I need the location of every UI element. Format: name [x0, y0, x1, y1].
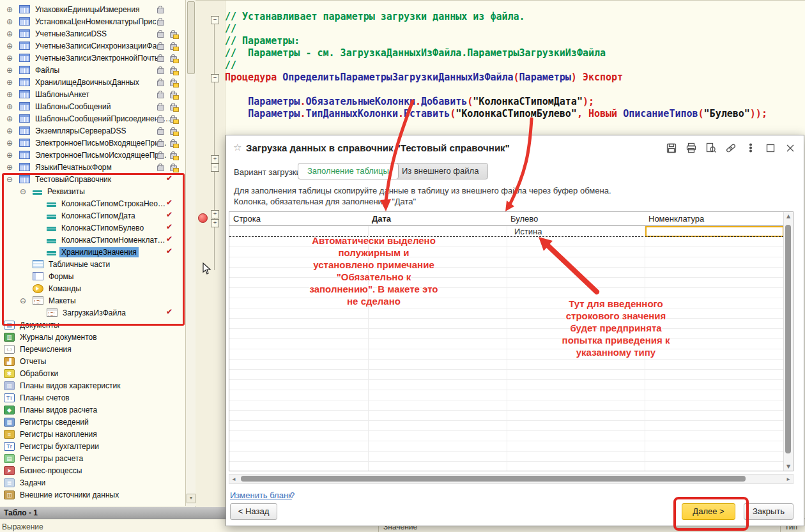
tree-item-бизнес-процессы[interactable]: ➤Бизнес-процессы [0, 464, 184, 476]
help-link[interactable]: ? [290, 490, 295, 500]
tree-item-планы-видов-расчета[interactable]: ◆Планы видов расчета [0, 404, 184, 416]
edit-form-link[interactable]: Изменить бланк [230, 490, 292, 500]
expand-icon[interactable]: ⊕ [6, 78, 19, 87]
tree-item-label[interactable]: Бизнес-процессы [18, 466, 84, 476]
tree-item-обработки[interactable]: ✱Обработки [0, 367, 184, 379]
table-hscrollbar-thumb[interactable] [241, 476, 746, 482]
expand-icon[interactable]: ⊕ [6, 5, 19, 14]
tree-item-экземплярысервераdss[interactable]: ⊕ЭкземплярыСервераDSS [0, 125, 184, 137]
back-button[interactable]: < Назад [230, 503, 277, 520]
favorite-star-icon[interactable]: ☆ [233, 142, 241, 153]
tree-item-label[interactable]: Обработки [18, 369, 60, 379]
expand-icon[interactable]: ⊕ [6, 163, 19, 172]
code-line[interactable]: // [225, 23, 767, 35]
expand-icon[interactable]: ⊕ [6, 151, 19, 160]
tree-item-шаблонысообщений[interactable]: ⊕ШаблоныСообщений [0, 100, 184, 112]
tree-item-электронноеписьмовходящеепри-[interactable]: ⊕ЭлектронноеПисьмоВходящееПри… [0, 137, 184, 149]
tree-item-учетныезаписисинхронизациифа-[interactable]: ⊕УчетныеЗаписиСинхронизацииФа… [0, 40, 184, 52]
tree-item-шаблонысообщенийприсоединенн-[interactable]: ⊕ШаблоныСообщенийПрисоединенн… [0, 112, 184, 125]
tree-item-языкипечатныхформ[interactable]: ⊕ЯзыкиПечатныхФорм [0, 161, 184, 173]
fold-expand-icon[interactable]: + [211, 219, 219, 227]
expand-icon[interactable]: ⊕ [6, 102, 19, 111]
tree-item-label[interactable]: Регистры бухгалтерии [18, 441, 101, 452]
tree-item-label[interactable]: Внешние источники данных [18, 490, 121, 500]
tree-item-регистры-накопления[interactable]: ≡Регистры накопления [0, 428, 184, 440]
tree-item-упаковкиединицыизмерения[interactable]: ⊕УпаковкиЕдиницыИзмерения [0, 3, 184, 15]
tree-item-электронноеписьмоисходящеепр-[interactable]: ⊕ЭлектронноеПисьмоИсходящееПр… [0, 149, 184, 161]
tree-item-label[interactable]: Планы видов расчета [18, 405, 99, 415]
fold-collapse-icon[interactable]: − [211, 163, 219, 172]
boolean-cell-value[interactable]: Истина [514, 227, 542, 236]
tree-item-label[interactable]: Регистры расчета [18, 453, 85, 464]
code-line[interactable]: Параметры.ТипДанныхКолонки.Вставить("Кол… [225, 108, 767, 120]
column-header-1[interactable]: Строка [229, 212, 368, 225]
expand-icon[interactable]: ⊕ [6, 42, 19, 50]
code-text[interactable]: // Устанавливает параметры загрузки данн… [225, 11, 767, 120]
tree-item-label[interactable]: Планы счетов [18, 393, 72, 403]
tree-item-label[interactable]: УпаковкиЕдиницыИзмерения [33, 4, 141, 15]
tree-item-учетныезаписиэлектроннойпочты[interactable]: ⊕УчетныеЗаписиЭлектроннойПочты [0, 52, 184, 64]
tree-item-задачи[interactable]: ≣Задачи [0, 476, 184, 489]
tablo-title-bar[interactable]: Табло - 1 [0, 507, 226, 519]
tree-item-label[interactable]: ЯзыкиПечатныхФорм [33, 162, 114, 172]
tree-item-label[interactable]: Отчеты [18, 356, 48, 367]
tree-item-label[interactable]: УчетныеЗаписиСинхронизацииФа… [33, 41, 166, 51]
fold-collapse-icon[interactable]: − [211, 16, 219, 24]
scroll-right-icon[interactable]: ► [786, 476, 791, 482]
scroll-down-icon[interactable]: ▼ [784, 464, 793, 469]
tree-item-label[interactable]: Планы видов характеристик [18, 381, 122, 391]
fold-expand-icon[interactable]: + [211, 155, 219, 163]
tab-fill-table[interactable]: Заполнение таблицы [298, 163, 399, 179]
close-button[interactable]: Закрыть [744, 503, 793, 520]
expand-icon[interactable]: ⊕ [6, 126, 19, 135]
scroll-up-icon[interactable]: ▲ [784, 213, 793, 219]
column-header-2[interactable]: Дата [368, 212, 507, 225]
more-icon[interactable] [745, 142, 758, 154]
fold-expand-icon[interactable]: + [211, 210, 219, 218]
expand-icon[interactable]: ⊕ [6, 90, 19, 99]
tree-item-файлы[interactable]: ⊕Файлы [0, 64, 184, 76]
expand-icon[interactable]: ⊕ [6, 17, 19, 26]
tree-item-label[interactable]: УчетныеЗаписиDSS [33, 29, 109, 39]
expand-icon[interactable]: ⊕ [6, 114, 19, 123]
code-line[interactable] [225, 84, 767, 96]
tree-item-label[interactable]: ХранилищеДвоичныхДанных [33, 77, 141, 87]
tree-item-label[interactable]: УчетныеЗаписиЭлектроннойПочты [33, 53, 162, 63]
tree-item-регистры-сведений[interactable]: ▦Регистры сведений [0, 416, 184, 428]
link-icon[interactable] [725, 142, 738, 154]
tree-item-установкаценноменклатурыприс-[interactable]: ⊕УстановкаЦенНоменклатурыПрис… [0, 15, 184, 27]
column-header-4[interactable]: Номенклатура [645, 212, 784, 225]
tree-item-label[interactable]: ШаблоныАнкет [33, 89, 91, 100]
table-vscrollbar-thumb[interactable] [785, 225, 791, 453]
close-icon[interactable] [785, 142, 797, 154]
expand-icon[interactable]: ⊕ [6, 29, 19, 38]
code-line[interactable]: // Параметры: [225, 35, 767, 47]
tree-item-label[interactable]: Регистры сведений [18, 417, 91, 427]
tree-item-label[interactable]: Журналы документов [18, 332, 99, 342]
expand-icon[interactable]: ⊕ [6, 139, 19, 148]
save-icon[interactable] [666, 142, 678, 154]
tree-item-отчеты[interactable]: ▟Отчеты [0, 355, 184, 367]
tree-item-планы-видов-характеристик[interactable]: ▥Планы видов характеристик [0, 379, 184, 391]
tree-scrollbar-down-icon[interactable]: ▼ [187, 494, 195, 503]
tree-item-label[interactable]: ЭлектронноеПисьмоИсходящееПр… [33, 150, 169, 160]
tree-item-label[interactable]: ШаблоныСообщенийПрисоединенн… [33, 114, 172, 124]
preview-icon[interactable] [705, 142, 718, 154]
fold-collapse-icon[interactable]: − [211, 74, 219, 82]
tree-scrollbar[interactable]: ▼ [185, 0, 195, 506]
code-line[interactable]: Процедура ОпределитьПараметрыЗагрузкиДан… [225, 72, 767, 84]
table-hscrollbar[interactable]: ◄ ► [229, 474, 793, 484]
column-header-3[interactable]: Булево [507, 212, 645, 225]
code-line[interactable]: // [225, 59, 767, 72]
tree-item-label[interactable]: Перечисления [18, 344, 73, 354]
code-line[interactable]: Параметры.ОбязательныеКолонки.Добавить("… [225, 96, 767, 108]
tree-item-label[interactable]: Задачи [18, 478, 47, 488]
tree-item-label[interactable]: Регистры накопления [18, 429, 99, 439]
table-vscrollbar[interactable]: ▲ ▼ [783, 212, 793, 471]
tree-item-шаблоныанкет[interactable]: ⊕ШаблоныАнкет [0, 88, 184, 100]
tree-item-label[interactable]: ЭкземплярыСервераDSS [33, 126, 128, 136]
tree-item-регистры-бухгалтерии[interactable]: ТrРегистры бухгалтерии [0, 440, 184, 452]
tree-item-журналы-документов[interactable]: ▥Журналы документов [0, 331, 184, 343]
tree-item-label[interactable]: Файлы [33, 65, 61, 75]
tree-item-учетныезаписиdss[interactable]: ⊕УчетныеЗаписиDSS [0, 27, 184, 40]
